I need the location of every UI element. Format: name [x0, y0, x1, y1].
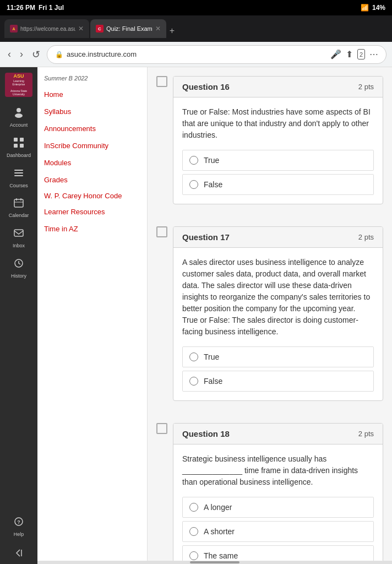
q18-body: Strategic business intelligence usually …: [173, 444, 383, 564]
lock-icon: 🔒: [55, 51, 63, 58]
q16-checkbox[interactable]: [156, 76, 167, 87]
q17-checkbox[interactable]: [156, 226, 167, 237]
svg-text:?: ?: [17, 519, 20, 525]
nav-label-inbox: Inbox: [13, 243, 25, 249]
q17-option-true[interactable]: True: [182, 346, 374, 367]
forward-button[interactable]: ›: [18, 46, 25, 62]
sidebar-item-grades[interactable]: Grades: [37, 171, 147, 188]
global-nav: ASU LearningEnterpriseArizona StateUnive…: [0, 67, 37, 564]
q16-radio-true[interactable]: [189, 156, 198, 165]
question-18-card: Question 18 2 pts Strategic business int…: [173, 423, 383, 564]
tab-close-2[interactable]: ✕: [155, 25, 161, 32]
svg-rect-4: [14, 144, 18, 148]
wifi-icon: 📶: [361, 4, 369, 12]
tab-count-button[interactable]: 2: [357, 49, 365, 59]
more-button[interactable]: ⋯: [369, 49, 378, 59]
q17-radio-false[interactable]: [189, 377, 198, 386]
q16-radio-false[interactable]: [189, 180, 198, 189]
q16-pts: 2 pts: [358, 83, 374, 91]
course-sidebar-header: Summer B 2022: [37, 67, 147, 86]
q17-body: A sales director uses business intellige…: [173, 248, 383, 400]
status-bar: 11:26 PM Fri 1 Jul 📶 14%: [0, 0, 392, 15]
q18-header: Question 18 2 pts: [173, 424, 383, 444]
asu-logo: ASU LearningEnterpriseArizona StateUnive…: [5, 73, 32, 97]
nav-item-help[interactable]: ? Help: [0, 512, 37, 542]
scroll-indicator: [37, 561, 392, 564]
question-17-row: Question 17 2 pts A sales director uses …: [156, 226, 383, 412]
refresh-button[interactable]: ↺: [30, 46, 42, 63]
q17-label-false: False: [204, 377, 222, 386]
nav-item-calendar[interactable]: Calendar: [0, 193, 37, 223]
nav-label-history: History: [11, 273, 26, 279]
q18-title: Question 18: [182, 429, 230, 438]
q18-option-longer[interactable]: A longer: [182, 497, 374, 518]
asu-logo-text: ASU: [13, 74, 24, 79]
q18-text: Strategic business intelligence usually …: [182, 453, 374, 488]
q16-header: Question 16 2 pts: [173, 77, 383, 97]
status-day: Fri 1 Jul: [39, 4, 64, 12]
collapse-nav-button[interactable]: [0, 542, 37, 564]
q18-label-longer: A longer: [204, 503, 232, 512]
nav-item-history[interactable]: History: [0, 253, 37, 284]
svg-point-0: [17, 108, 21, 112]
svg-rect-7: [14, 172, 23, 173]
q18-radio-same[interactable]: [189, 551, 198, 560]
account-icon: [13, 106, 25, 121]
question-17-card: Question 17 2 pts A sales director uses …: [173, 226, 383, 401]
q16-option-false[interactable]: False: [182, 174, 374, 195]
nav-label-courses: Courses: [9, 183, 28, 189]
nav-item-courses[interactable]: Courses: [0, 163, 37, 193]
q17-option-false[interactable]: False: [182, 371, 374, 392]
inbox-icon: [13, 227, 24, 241]
question-16-row: Question 16 2 pts True or False: Most in…: [156, 76, 383, 215]
q17-radio-true[interactable]: [189, 352, 198, 361]
sidebar-item-modules[interactable]: Modules: [37, 154, 147, 171]
nav-label-dashboard: Dashboard: [7, 153, 31, 159]
tab-label-1: https://welcome.ea.asu...: [20, 26, 75, 32]
sidebar-item-honorcode[interactable]: W. P. Carey Honor Code: [37, 188, 147, 203]
nav-item-inbox[interactable]: Inbox: [0, 223, 37, 253]
q16-option-true[interactable]: True: [182, 150, 374, 171]
back-button[interactable]: ‹: [6, 46, 13, 62]
q16-title: Question 16: [182, 82, 230, 91]
q16-body: True or False: Most industries have some…: [173, 97, 383, 204]
microphone-button[interactable]: 🎤: [330, 49, 341, 59]
course-sidebar: Summer B 2022 Home Syllabus Announcement…: [37, 67, 148, 564]
content-area: Question 16 2 pts True or False: Most in…: [148, 67, 392, 564]
q18-pts: 2 pts: [358, 430, 374, 438]
nav-item-account[interactable]: Account: [0, 101, 37, 133]
q18-radio-longer[interactable]: [189, 503, 198, 512]
q16-label-false: False: [204, 180, 222, 189]
nav-label-help: Help: [14, 532, 24, 538]
q18-radio-shorter[interactable]: [189, 527, 198, 536]
tab-2[interactable]: C Quiz: Final Exam ✕: [90, 19, 166, 38]
sidebar-item-announcements[interactable]: Announcements: [37, 120, 147, 137]
tab-label-2: Quiz: Final Exam: [106, 25, 153, 32]
asu-logo-sub: LearningEnterpriseArizona StateUniversit…: [10, 79, 27, 96]
q18-checkbox[interactable]: [156, 423, 167, 434]
new-tab-button[interactable]: +: [167, 24, 177, 38]
sidebar-item-home[interactable]: Home: [37, 86, 147, 103]
sidebar-item-inscribe[interactable]: InScribe Community: [37, 137, 147, 154]
tabs-container: A https://welcome.ea.asu... ✕ C Quiz: Fi…: [4, 19, 177, 38]
svg-rect-5: [20, 144, 24, 148]
sidebar-item-syllabus[interactable]: Syllabus: [37, 103, 147, 120]
tab-close-1[interactable]: ✕: [78, 25, 84, 32]
sidebar-item-timeinaz[interactable]: Time in AZ: [37, 220, 147, 237]
svg-rect-6: [14, 170, 23, 171]
svg-point-1: [15, 113, 23, 118]
address-bar[interactable]: 🔒 asuce.instructure.com 🎤 ⬆ 2 ⋯: [47, 45, 386, 64]
q17-text: A sales director uses business intellige…: [182, 257, 374, 338]
main-layout: ASU LearningEnterpriseArizona StateUnive…: [0, 67, 392, 564]
q18-option-shorter[interactable]: A shorter: [182, 521, 374, 542]
q16-text: True or False: Most industries have some…: [182, 106, 374, 141]
question-16-card: Question 16 2 pts True or False: Most in…: [173, 76, 383, 204]
tab-1[interactable]: A https://welcome.ea.asu... ✕: [4, 19, 89, 38]
nav-item-dashboard[interactable]: Dashboard: [0, 133, 37, 163]
sidebar-item-learner[interactable]: Learner Resources: [37, 203, 147, 220]
question-18-row: Question 18 2 pts Strategic business int…: [156, 423, 383, 564]
nav-label-calendar: Calendar: [9, 213, 29, 219]
share-button[interactable]: ⬆: [346, 49, 353, 59]
courses-icon: [13, 167, 24, 181]
browser-tabs-bar: A https://welcome.ea.asu... ✕ C Quiz: Fi…: [0, 15, 392, 42]
